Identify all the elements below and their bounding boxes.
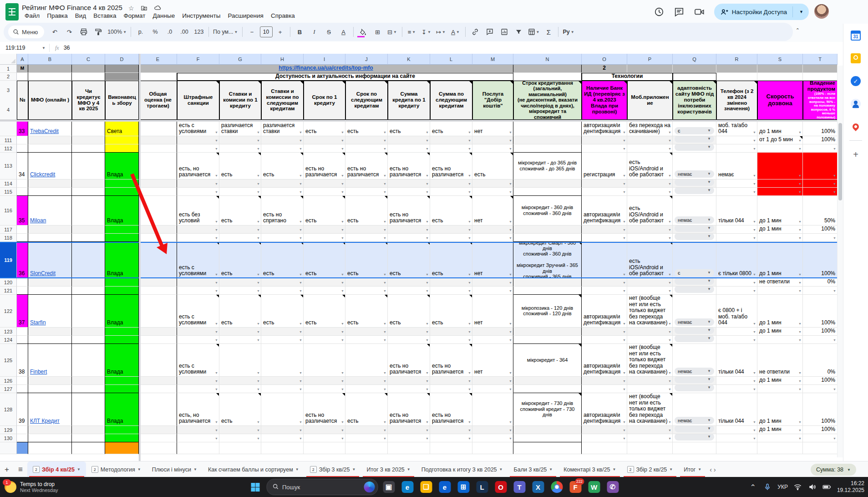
cell[interactable]: 0%▼ bbox=[803, 278, 838, 287]
menu-item-4[interactable]: Вставка bbox=[90, 11, 120, 20]
cell[interactable]: ▼ bbox=[177, 426, 219, 434]
cell[interactable]: м bbox=[17, 65, 28, 73]
cell[interactable]: ▼ bbox=[304, 287, 345, 295]
cell[interactable]: ▼ bbox=[261, 234, 304, 242]
dropdown-arrow-icon[interactable]: ▼ bbox=[468, 338, 471, 342]
cell[interactable]: ▼ bbox=[430, 225, 472, 234]
cell[interactable]: ▼ bbox=[757, 385, 803, 393]
cell[interactable]: ▼ bbox=[219, 188, 261, 196]
cell[interactable] bbox=[28, 188, 72, 196]
dropdown-arrow-icon[interactable]: ▼ bbox=[753, 228, 756, 232]
cell[interactable]: ▼ bbox=[388, 287, 430, 295]
cell[interactable] bbox=[803, 442, 838, 454]
dropdown-arrow-icon[interactable]: ▼ bbox=[215, 236, 218, 240]
cell[interactable] bbox=[105, 336, 139, 344]
undo-button[interactable]: ↶ bbox=[48, 26, 61, 38]
dropdown-chip[interactable]: ▼ bbox=[675, 385, 714, 391]
menu-item-5[interactable]: Формат bbox=[120, 11, 149, 20]
cell[interactable]: ▼ bbox=[582, 278, 627, 287]
dropdown-arrow-icon[interactable]: ▼ bbox=[509, 131, 512, 134]
font-size-decrease-button[interactable]: − bbox=[245, 26, 259, 38]
cell[interactable]: ▼ bbox=[261, 287, 304, 295]
dropdown-arrow-icon[interactable]: ▼ bbox=[426, 437, 429, 441]
cell[interactable]: есть▼ bbox=[219, 393, 261, 426]
dropdown-arrow-icon[interactable]: ▼ bbox=[341, 273, 344, 277]
mfo-link[interactable]: Starfin bbox=[30, 320, 46, 326]
cell[interactable]: есть, но различается▼ bbox=[177, 393, 219, 426]
cell[interactable] bbox=[139, 234, 177, 242]
dropdown-arrow-icon[interactable]: ▼ bbox=[257, 420, 260, 424]
dropdown-arrow-icon[interactable]: ▼ bbox=[833, 289, 836, 293]
dropdown-arrow-icon[interactable]: ▼ bbox=[341, 371, 344, 375]
dropdown-arrow-icon[interactable]: ▼ bbox=[623, 236, 626, 240]
text-rotate-button[interactable]: A▼ bbox=[449, 26, 462, 38]
cell[interactable]: ▼ bbox=[430, 278, 472, 287]
cell[interactable]: Ставки и комиссии по следующим кредитам bbox=[261, 81, 304, 120]
dropdown-arrow-icon[interactable]: ▼ bbox=[299, 281, 302, 285]
cell[interactable] bbox=[139, 393, 177, 426]
cell[interactable] bbox=[105, 144, 139, 153]
cell[interactable] bbox=[17, 136, 28, 144]
sheet-tab-11[interactable]: Итог▼ bbox=[678, 461, 707, 477]
italic-button[interactable]: I bbox=[308, 26, 321, 38]
dropdown-arrow-icon[interactable]: ▼ bbox=[341, 236, 344, 240]
dropdown-arrow-icon[interactable]: ▼ bbox=[509, 139, 512, 143]
dropdown-arrow-icon[interactable]: ▼ bbox=[668, 273, 671, 277]
cell[interactable]: ▼ bbox=[627, 385, 673, 393]
dropdown-arrow-icon[interactable]: ▼ bbox=[215, 190, 218, 194]
menu-item-2[interactable]: Правка bbox=[43, 11, 71, 20]
column-header-E[interactable]: E bbox=[139, 54, 177, 65]
dropdown-arrow-icon[interactable]: ▼ bbox=[753, 281, 756, 285]
cell[interactable] bbox=[716, 65, 757, 73]
cell[interactable]: Влада bbox=[105, 196, 139, 225]
dropdown-arrow-icon[interactable]: ▼ bbox=[798, 420, 802, 424]
cell[interactable]: ▼ bbox=[261, 328, 304, 336]
cell[interactable]: есть▼ bbox=[388, 122, 430, 136]
dropdown-arrow-icon[interactable]: ▼ bbox=[798, 289, 802, 293]
menu-item-6[interactable]: Данные bbox=[149, 11, 178, 20]
cell[interactable] bbox=[72, 153, 105, 179]
row-header[interactable]: 124 bbox=[0, 336, 17, 344]
cell[interactable]: до 1 мин▼ bbox=[757, 377, 803, 385]
cell[interactable]: ▼ bbox=[219, 377, 261, 385]
cell[interactable] bbox=[28, 278, 72, 287]
cell[interactable] bbox=[673, 73, 716, 81]
row-header[interactable]: 130 bbox=[0, 434, 17, 442]
dropdown-arrow-icon[interactable]: ▼ bbox=[623, 379, 626, 383]
borders-button[interactable]: ⊞ bbox=[371, 26, 385, 38]
cell[interactable] bbox=[513, 287, 582, 295]
sheet-tab-8[interactable]: Бали 3 кв/25▼ bbox=[508, 461, 558, 477]
cell[interactable]: есть▼ bbox=[430, 122, 472, 136]
dropdown-arrow-icon[interactable]: ▼ bbox=[798, 437, 802, 441]
tab-menu-caret-icon[interactable]: ▼ bbox=[137, 467, 141, 471]
weather-widget[interactable]: 1 Temps to drop Next Wednesday bbox=[0, 481, 114, 493]
cell[interactable] bbox=[105, 385, 139, 393]
cell[interactable]: ▼ bbox=[673, 426, 716, 434]
dropdown-arrow-icon[interactable]: ▼ bbox=[468, 174, 471, 178]
cell[interactable] bbox=[139, 196, 177, 225]
dropdown-arrow-icon[interactable]: ▼ bbox=[215, 437, 218, 441]
cell[interactable]: ▼ bbox=[582, 426, 627, 434]
cell[interactable]: ▼ bbox=[803, 188, 838, 196]
cell[interactable]: нет (вообще нет или есть только виджет б… bbox=[627, 344, 673, 377]
cell[interactable] bbox=[345, 442, 388, 454]
dropdown-arrow-icon[interactable]: ▼ bbox=[668, 379, 671, 383]
cell[interactable]: есть с условиями▼ bbox=[177, 242, 219, 278]
cell[interactable] bbox=[803, 73, 838, 81]
cell[interactable]: ▼ bbox=[582, 188, 627, 196]
cell[interactable] bbox=[105, 73, 139, 81]
cell[interactable]: ▼ bbox=[582, 136, 627, 144]
dropdown-arrow-icon[interactable]: ▼ bbox=[215, 289, 218, 293]
dropdown-arrow-icon[interactable]: ▼ bbox=[299, 371, 302, 375]
cell[interactable] bbox=[72, 393, 105, 426]
menu-item-7[interactable]: Инструменты bbox=[178, 11, 224, 20]
dropdown-arrow-icon[interactable]: ▼ bbox=[623, 338, 626, 342]
cell[interactable]: ▼ bbox=[627, 136, 673, 144]
cell[interactable]: ▼ bbox=[803, 144, 838, 153]
taskbar-app-edge-blue-icon[interactable]: e bbox=[437, 479, 452, 495]
cell[interactable]: є 0800 + і моб. та/або 044▼ bbox=[716, 295, 757, 328]
cell[interactable]: ▼ bbox=[177, 287, 219, 295]
cell[interactable]: нет▼ bbox=[472, 295, 513, 328]
dropdown-arrow-icon[interactable]: ▼ bbox=[257, 371, 260, 375]
cell[interactable]: ▼ bbox=[430, 188, 472, 196]
